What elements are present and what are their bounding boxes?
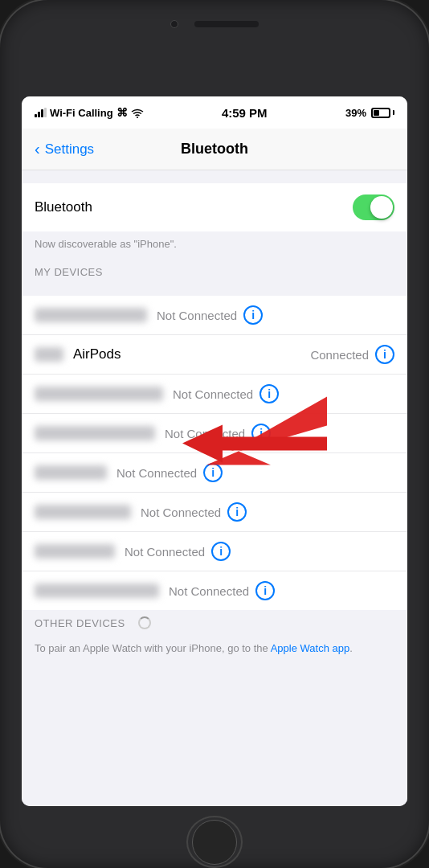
airpods-info-button[interactable]: i (375, 345, 394, 364)
scanning-spinner (138, 616, 151, 629)
device-info-button[interactable]: i (203, 463, 223, 482)
main-content: Bluetooth Now discoverable as "iPhone". … (22, 170, 407, 806)
device-row[interactable]: Not Connected i (22, 532, 407, 571)
status-bar: Wi-Fi Calling ⌘ 4:59 PM 39% (22, 96, 407, 129)
airpods-status: Connected (310, 348, 369, 362)
device-name-blurred (35, 387, 163, 401)
back-button[interactable]: ‹ Settings (35, 140, 125, 158)
earpiece-speaker (194, 21, 259, 27)
device-name-blurred (35, 426, 155, 440)
device-name-blurred (35, 583, 159, 598)
back-label: Settings (45, 141, 94, 158)
bluetooth-label: Bluetooth (35, 199, 353, 215)
device-name-blurred (35, 505, 131, 519)
device-info-button[interactable]: i (211, 542, 231, 561)
device-row[interactable]: Not Connected i (22, 571, 407, 610)
status-right: 39% (345, 107, 394, 119)
other-devices-header: OTHER DEVICES (22, 610, 407, 634)
device-row[interactable]: Not Connected i (22, 296, 407, 335)
bluetooth-toggle-row: Bluetooth (22, 183, 407, 231)
page-title: Bluetooth (125, 141, 304, 158)
status-time: 4:59 PM (222, 106, 268, 120)
battery-percent: 39% (345, 107, 366, 119)
top-bezel (22, 0, 407, 48)
wifi-icon: ⌘ (116, 106, 144, 119)
my-devices-list: Not Connected i AirPods Connected i Not … (22, 296, 407, 610)
footer-text: To pair an Apple Watch with your iPhone,… (22, 634, 407, 669)
device-info-button[interactable]: i (259, 384, 279, 403)
device-name-blurred (35, 544, 115, 559)
phone-shell: Wi-Fi Calling ⌘ 4:59 PM 39% (0, 0, 429, 868)
airpods-row[interactable]: AirPods Connected i (22, 335, 407, 375)
device-status: Not Connected (116, 466, 197, 480)
device-status: Not Connected (157, 309, 237, 322)
signal-bars-icon (35, 108, 47, 117)
other-devices-label: OTHER DEVICES (35, 617, 125, 629)
device-name-blurred (35, 308, 147, 322)
front-camera (170, 20, 178, 28)
device-row[interactable]: Not Connected i (22, 414, 407, 453)
status-left: Wi-Fi Calling ⌘ (35, 106, 144, 119)
toggle-track[interactable] (353, 194, 394, 220)
device-status: Not Connected (125, 545, 205, 559)
device-info-button[interactable]: i (255, 581, 275, 600)
device-row[interactable]: Not Connected i (22, 375, 407, 414)
device-status: Not Connected (165, 427, 245, 440)
svg-point-0 (137, 117, 138, 118)
bluetooth-hint: Now discoverable as "iPhone". (22, 231, 407, 260)
toggle-knob (370, 196, 393, 219)
device-status: Not Connected (173, 387, 253, 401)
back-chevron-icon: ‹ (35, 140, 40, 158)
device-name-blurred (35, 465, 107, 480)
airpods-name: AirPods (73, 346, 310, 362)
my-devices-header: MY DEVICES (22, 260, 407, 283)
bluetooth-toggle-card: Bluetooth (22, 183, 407, 231)
screen: Wi-Fi Calling ⌘ 4:59 PM 39% (22, 96, 407, 806)
home-button[interactable] (186, 816, 243, 868)
device-status: Not Connected (141, 506, 221, 519)
nav-bar: ‹ Settings Bluetooth (22, 129, 407, 170)
device-status: Not Connected (169, 584, 249, 598)
device-info-button[interactable]: i (227, 502, 247, 522)
bluetooth-toggle[interactable] (353, 194, 394, 220)
battery-icon (371, 108, 394, 118)
home-button-inner (192, 820, 237, 865)
device-row[interactable]: Not Connected i (22, 453, 407, 493)
device-row[interactable]: Not Connected i (22, 493, 407, 532)
device-icon-blurred (35, 347, 63, 362)
carrier-label: Wi-Fi Calling (50, 107, 113, 119)
apple-watch-link[interactable]: Apple Watch app (271, 642, 350, 654)
device-info-button[interactable]: i (251, 424, 271, 443)
device-info-button[interactable]: i (243, 305, 263, 325)
